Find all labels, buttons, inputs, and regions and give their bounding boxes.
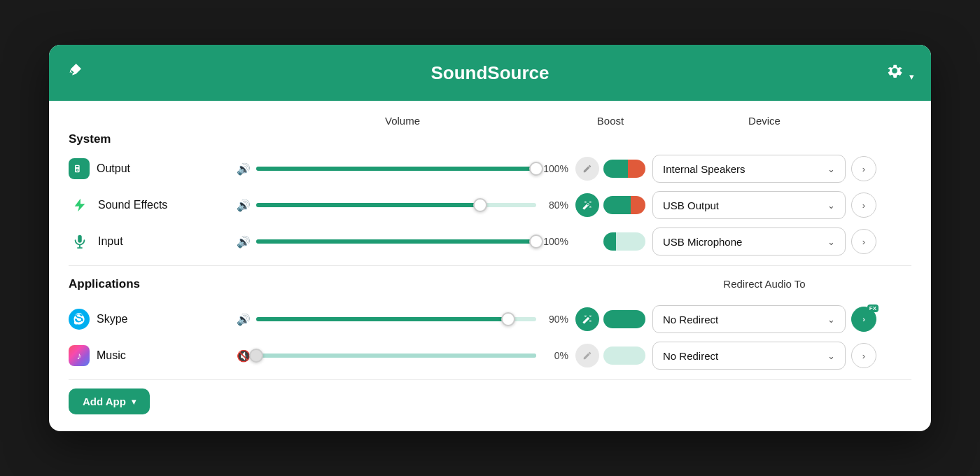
skype-device-chevron: ⌄ [827, 314, 835, 325]
input-device-select[interactable]: USB Microphone ⌄ [652, 227, 846, 255]
skype-volume-icon: 🔊 [237, 313, 251, 326]
sound-effects-label: Sound Effects [69, 194, 237, 216]
sound-effects-volume: 🔊 80% [237, 198, 568, 212]
sound-effects-boost-btn[interactable] [575, 193, 599, 217]
skype-volume: 🔊 90% [237, 312, 568, 326]
music-device-chevron: ⌄ [827, 351, 835, 361]
output-device-select[interactable]: Internal Speakers ⌄ [652, 155, 846, 183]
bottom-divider [69, 379, 911, 380]
input-volume-icon: 🔊 [237, 235, 251, 248]
gear-icon[interactable]: ▾ [886, 62, 914, 84]
sound-source-panel: SoundSource ▾ Volume Boost Device System [49, 45, 931, 431]
output-boost-btn[interactable] [575, 157, 599, 181]
music-boost [568, 344, 652, 368]
sound-effects-text: Sound Effects [98, 199, 167, 211]
input-boost [568, 232, 652, 251]
sound-effects-nav-btn[interactable]: › [851, 192, 876, 218]
skype-device-select[interactable]: No Redirect ⌄ [652, 305, 846, 333]
input-device: USB Microphone ⌄ › [652, 227, 876, 255]
skype-row: Skype 🔊 90% [69, 301, 911, 337]
skype-device: No Redirect ⌄ › FX [652, 305, 876, 333]
header: SoundSource ▾ [49, 45, 931, 101]
section-divider [69, 265, 911, 266]
output-row: Output 🔊 100% [69, 150, 911, 187]
input-label: Input [69, 230, 237, 253]
output-volume-icon: 🔊 [237, 162, 251, 176]
input-slider[interactable] [256, 234, 536, 248]
music-text: Music [97, 349, 126, 362]
input-volume: 🔊 100% [237, 234, 568, 248]
music-icon: ♪ [69, 345, 90, 366]
output-label: Output [69, 158, 237, 179]
output-boost [568, 157, 652, 181]
music-volume: 🔇 0% [237, 349, 568, 363]
input-device-label: USB Microphone [663, 236, 742, 248]
input-row: Input 🔊 100% USB Microphone [69, 223, 911, 260]
output-device-label: Internal Speakers [663, 163, 746, 175]
music-row: ♪ Music 🔇 0% [69, 337, 911, 374]
music-boost-toggle[interactable] [603, 346, 645, 365]
output-device: Internal Speakers ⌄ › [652, 155, 876, 183]
sound-effects-volume-pct: 80% [542, 200, 568, 211]
skype-slider[interactable] [256, 312, 536, 326]
add-app-chevron: ▾ [132, 397, 136, 407]
svg-point-2 [77, 169, 78, 171]
output-volume: 🔊 100% [237, 162, 568, 176]
sound-effects-slider[interactable] [256, 198, 536, 212]
input-text: Input [98, 235, 123, 248]
volume-col-header: Volume [237, 115, 568, 127]
music-nav-btn[interactable]: › [851, 343, 876, 368]
sound-effects-device: USB Output ⌄ › [652, 191, 876, 219]
skype-label: Skype [69, 309, 237, 330]
sound-effects-icon [69, 194, 91, 216]
skype-volume-pct: 90% [542, 314, 568, 325]
redirect-col-header: Redirect Audio To [652, 278, 876, 290]
main-content: Volume Boost Device System Output [49, 101, 931, 431]
boost-col-header: Boost [568, 115, 652, 127]
output-slider[interactable] [256, 162, 536, 176]
output-icon [69, 158, 90, 179]
device-col-header: Device [652, 115, 876, 127]
output-text: Output [97, 162, 130, 175]
skype-nav-btn[interactable]: › FX [851, 307, 876, 332]
add-app-button[interactable]: Add App ▾ [69, 388, 150, 414]
input-nav-btn[interactable]: › [851, 229, 876, 254]
sound-effects-device-select[interactable]: USB Output ⌄ [652, 191, 846, 219]
sound-effects-row: Sound Effects 🔊 80% [69, 187, 911, 223]
input-icon [69, 230, 91, 253]
output-volume-pct: 100% [542, 163, 568, 174]
input-boost-toggle[interactable] [603, 232, 645, 251]
svg-rect-5 [78, 235, 82, 243]
output-device-chevron: ⌄ [827, 164, 835, 174]
music-slider[interactable] [256, 349, 536, 363]
sound-effects-device-label: USB Output [663, 200, 719, 211]
music-device-label: No Redirect [663, 350, 718, 362]
music-device-select[interactable]: No Redirect ⌄ [652, 342, 846, 370]
output-boost-toggle[interactable] [603, 160, 645, 178]
add-app-label: Add App [83, 396, 126, 407]
sound-effects-volume-icon: 🔊 [237, 199, 251, 212]
pin-icon[interactable] [66, 63, 81, 83]
system-section-label: System [69, 132, 911, 146]
applications-section-label: Applications [69, 277, 237, 291]
music-volume-pct: 0% [542, 350, 568, 361]
music-device: No Redirect ⌄ › [652, 342, 876, 370]
music-boost-btn[interactable] [575, 344, 599, 368]
input-device-chevron: ⌄ [827, 237, 835, 247]
skype-text: Skype [97, 313, 127, 326]
skype-icon [69, 309, 90, 330]
sound-effects-boost [568, 193, 652, 217]
input-volume-pct: 100% [542, 236, 568, 247]
music-label: ♪ Music [69, 345, 237, 366]
column-headers: Volume Boost Device [69, 115, 911, 127]
svg-rect-3 [76, 166, 78, 167]
skype-boost [568, 307, 652, 331]
sound-effects-device-chevron: ⌄ [827, 200, 835, 211]
skype-boost-btn[interactable] [575, 307, 599, 331]
output-nav-btn[interactable]: › [851, 156, 876, 181]
music-volume-icon: 🔇 [237, 349, 251, 363]
svg-marker-4 [75, 199, 85, 211]
skype-device-label: No Redirect [663, 314, 718, 326]
skype-boost-toggle[interactable] [603, 310, 645, 328]
sound-effects-boost-toggle[interactable] [603, 196, 645, 214]
